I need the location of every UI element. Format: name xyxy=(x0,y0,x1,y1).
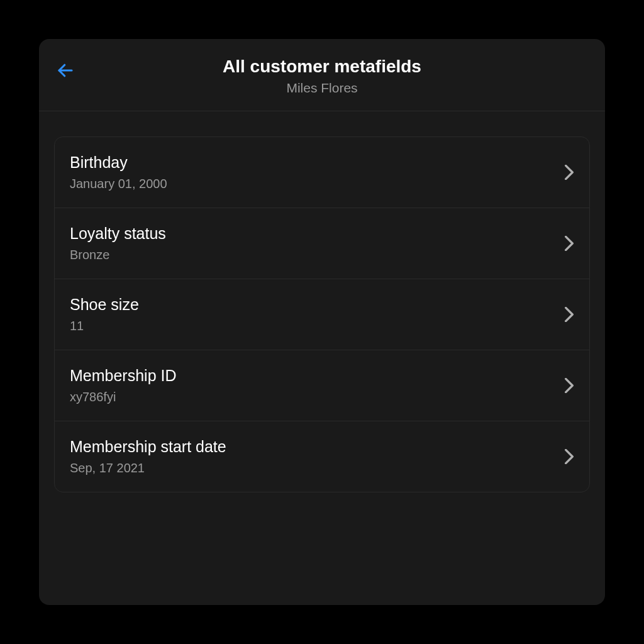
list-item-value: Bronze xyxy=(70,248,166,262)
list-item-value: 11 xyxy=(70,319,139,333)
metafield-item-birthday[interactable]: Birthday January 01, 2000 xyxy=(55,137,589,208)
list-item-content: Membership ID xy786fyi xyxy=(70,367,177,404)
metafield-item-shoe-size[interactable]: Shoe size 11 xyxy=(55,279,589,350)
list-item-value: January 01, 2000 xyxy=(70,177,167,191)
chevron-right-icon xyxy=(564,236,574,251)
back-button[interactable] xyxy=(54,59,77,82)
metafields-list: Birthday January 01, 2000 Loyalty status… xyxy=(54,136,590,492)
list-item-value: Sep, 17 2021 xyxy=(70,461,226,475)
chevron-right-icon xyxy=(564,165,574,180)
chevron-right-icon xyxy=(564,307,574,322)
list-item-content: Birthday January 01, 2000 xyxy=(70,153,167,191)
list-item-label: Loyalty status xyxy=(70,225,166,243)
list-item-label: Shoe size xyxy=(70,296,139,314)
header: All customer metafields Miles Flores xyxy=(39,39,605,111)
content-area: Birthday January 01, 2000 Loyalty status… xyxy=(39,111,605,518)
metafield-item-loyalty-status[interactable]: Loyalty status Bronze xyxy=(55,208,589,279)
list-item-content: Shoe size 11 xyxy=(70,296,139,333)
metafield-item-membership-id[interactable]: Membership ID xy786fyi xyxy=(55,350,589,421)
list-item-label: Membership start date xyxy=(70,438,226,456)
chevron-right-icon xyxy=(564,449,574,464)
arrow-left-icon xyxy=(56,61,75,80)
list-item-content: Membership start date Sep, 17 2021 xyxy=(70,438,226,475)
list-item-label: Membership ID xyxy=(70,367,177,385)
list-item-label: Birthday xyxy=(70,153,167,172)
list-item-content: Loyalty status Bronze xyxy=(70,225,166,262)
page-subtitle: Miles Flores xyxy=(223,80,421,96)
page-title: All customer metafields xyxy=(223,57,421,77)
metafield-item-membership-start-date[interactable]: Membership start date Sep, 17 2021 xyxy=(55,421,589,492)
app-container: All customer metafields Miles Flores Bir… xyxy=(39,39,605,605)
list-item-value: xy786fyi xyxy=(70,390,177,404)
chevron-right-icon xyxy=(564,378,574,393)
header-text: All customer metafields Miles Flores xyxy=(223,57,421,96)
